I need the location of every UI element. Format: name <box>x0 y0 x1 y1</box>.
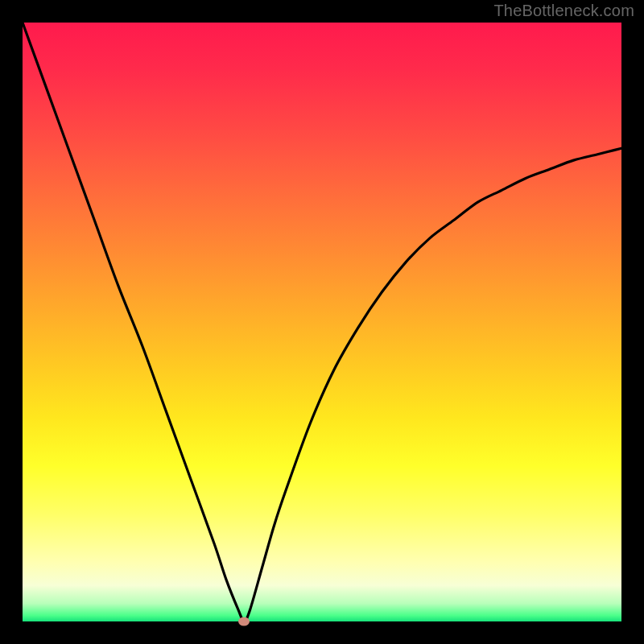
plot-area <box>23 23 621 621</box>
chart-container: TheBottleneck.com <box>0 0 644 644</box>
bottleneck-curve <box>23 23 621 621</box>
minimum-marker <box>238 617 250 626</box>
curve-svg <box>23 23 621 621</box>
watermark-text: TheBottleneck.com <box>493 2 634 20</box>
